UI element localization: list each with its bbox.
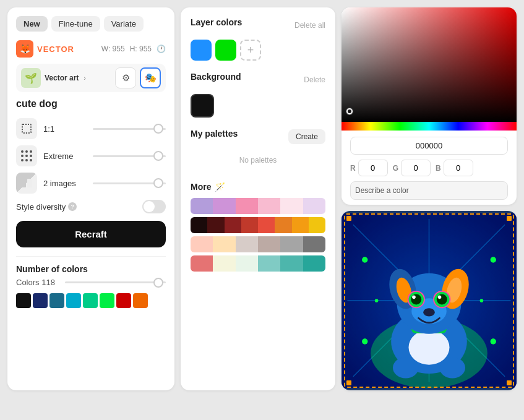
- hex-input[interactable]: 000000: [350, 137, 508, 155]
- color-swatches-row: [16, 293, 166, 308]
- my-palettes-header: My palettes Create: [191, 129, 325, 145]
- layer-colors-title: Layer colors: [191, 17, 242, 27]
- vector-label: VECTOR: [37, 45, 74, 54]
- style-diversity-toggle[interactable]: [142, 200, 166, 213]
- images-slider[interactable]: [93, 182, 166, 184]
- palette-row-2[interactable]: [191, 236, 325, 252]
- palette-2-cell-1: [213, 236, 235, 252]
- right-panel: 000000 R 0 G 0 B 0 Describe: [341, 7, 517, 390]
- palette-3-cell-5: [303, 255, 325, 272]
- quality-thumb[interactable]: [153, 151, 163, 161]
- svg-point-47: [480, 299, 484, 302]
- layer-colors-header: Layer colors Delete all: [191, 17, 325, 33]
- palette-2-cell-3: [258, 236, 280, 252]
- svg-point-41: [439, 358, 465, 379]
- vector-header: 🦊 VECTOR W: 955 H: 955 🕐: [16, 40, 166, 58]
- style-thumb: 🌱: [21, 68, 41, 88]
- aspect-ratio-thumb[interactable]: [153, 124, 163, 134]
- b-label: B: [436, 164, 441, 173]
- palette-1-cell-4: [258, 217, 275, 233]
- images-thumb[interactable]: [153, 178, 163, 188]
- colors-slider-row: Colors 118: [16, 278, 166, 287]
- background-swatch[interactable]: [191, 94, 214, 118]
- svg-point-36: [438, 296, 442, 299]
- palette-row-0[interactable]: [191, 198, 325, 214]
- image-container: [341, 211, 517, 390]
- clock-icon: 🕐: [157, 45, 166, 53]
- svg-point-23: [408, 330, 449, 365]
- layer-color-2[interactable]: [215, 40, 236, 61]
- r-input[interactable]: 0: [358, 160, 388, 176]
- hex-input-row: 000000: [350, 137, 508, 155]
- swatch-2[interactable]: [49, 293, 64, 308]
- tabs-row: New Fine-tune Variate: [16, 16, 166, 32]
- palette-3-cell-1: [213, 255, 235, 272]
- quality-slider[interactable]: [93, 155, 166, 157]
- svg-point-34: [437, 294, 447, 305]
- svg-point-35: [412, 296, 416, 299]
- svg-point-3: [30, 150, 32, 153]
- palette-1-cell-3: [241, 217, 258, 233]
- tab-variate[interactable]: Variate: [104, 16, 144, 32]
- delete-all-link[interactable]: Delete all: [294, 21, 325, 30]
- magic-wand-icon: 🪄: [215, 182, 225, 192]
- height-label: H: 955: [130, 45, 152, 53]
- layer-colors-row: +: [191, 40, 325, 61]
- dog-image[interactable]: [341, 211, 517, 390]
- svg-point-2: [25, 150, 28, 153]
- swatch-7[interactable]: [133, 293, 148, 308]
- palette-0-cell-4: [280, 198, 303, 214]
- palette-3-cell-2: [236, 255, 258, 272]
- swatch-5[interactable]: [100, 293, 114, 308]
- svg-rect-10: [21, 179, 26, 187]
- color-gradient-area[interactable]: [341, 7, 517, 122]
- left-panel: New Fine-tune Variate 🦊 VECTOR W: 955 H:…: [7, 7, 174, 390]
- swatch-1[interactable]: [33, 293, 48, 308]
- palette-0-cell-1: [213, 198, 235, 214]
- more-title: More 🪄: [191, 182, 325, 192]
- more-section: More 🪄: [191, 182, 325, 272]
- delete-background-link[interactable]: Delete: [304, 75, 325, 84]
- palette-row-1[interactable]: [191, 217, 325, 233]
- svg-point-5: [25, 155, 28, 157]
- images-label: 2 images: [43, 179, 87, 188]
- background-title: Background: [191, 72, 241, 82]
- tab-finetune[interactable]: Fine-tune: [51, 16, 100, 32]
- create-palette-btn[interactable]: Create: [288, 129, 325, 144]
- b-group: B 0: [436, 160, 473, 176]
- g-label: G: [393, 164, 398, 173]
- background-header: Background Delete: [191, 72, 325, 88]
- swatch-6[interactable]: [116, 293, 131, 308]
- rgb-row: R 0 G 0 B 0: [350, 160, 508, 176]
- swatch-0[interactable]: [16, 293, 31, 308]
- num-colors-slider[interactable]: [65, 281, 166, 283]
- svg-point-46: [375, 299, 379, 302]
- describe-color-btn[interactable]: Describe a color: [350, 181, 508, 200]
- g-input[interactable]: 0: [401, 160, 431, 176]
- help-icon: ?: [68, 202, 77, 211]
- palette-0-cell-2: [236, 198, 258, 214]
- b-input[interactable]: 0: [444, 160, 473, 176]
- num-colors-title: Number of colors: [16, 264, 166, 274]
- palette-0-cell-5: [303, 198, 325, 214]
- recraft-button[interactable]: Recraft: [16, 221, 166, 247]
- swatch-4[interactable]: [83, 293, 98, 308]
- aspect-ratio-slider[interactable]: [93, 128, 166, 130]
- no-palettes-text: No palettes: [191, 151, 325, 172]
- add-color-btn[interactable]: +: [240, 40, 261, 61]
- aspect-ratio-icon: [16, 118, 37, 139]
- svg-point-39: [423, 308, 435, 316]
- num-colors-thumb[interactable]: [153, 278, 163, 288]
- settings-btn[interactable]: ⚙: [115, 67, 136, 88]
- my-palettes-title: My palettes: [191, 129, 238, 139]
- palette-1-cell-6: [292, 217, 309, 233]
- layer-color-1[interactable]: [191, 40, 212, 61]
- magic-btn[interactable]: 🎭: [140, 67, 161, 88]
- swatch-3[interactable]: [66, 293, 81, 308]
- palettes-container: [191, 198, 325, 272]
- style-controls: ⚙ 🎭: [115, 67, 161, 88]
- color-picker-panel: 000000 R 0 G 0 B 0 Describe: [341, 7, 517, 205]
- tab-new[interactable]: New: [16, 16, 48, 32]
- hue-slider[interactable]: [341, 122, 517, 131]
- palette-row-3[interactable]: [191, 255, 325, 272]
